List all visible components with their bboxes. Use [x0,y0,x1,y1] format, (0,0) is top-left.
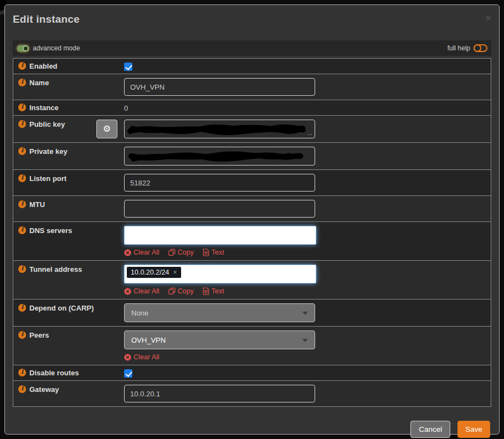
info-icon[interactable] [18,147,26,155]
peers-select[interactable]: OVH_VPN [124,330,315,349]
enabled-label: Enabled [29,61,58,71]
selected-value: None [131,309,148,317]
tunnel-copy-button[interactable]: Copy [168,287,194,295]
info-icon[interactable] [18,200,26,208]
info-icon[interactable] [18,331,26,339]
disable-routes-checkbox[interactable] [124,369,132,378]
help-bar: advanced mode full help [13,40,491,56]
dns-copy-button[interactable]: Copy [168,249,194,256]
private-key-input[interactable] [124,147,315,166]
edit-instance-dialog: Edit instance × advanced mode full help … [4,4,500,435]
info-icon[interactable] [18,104,26,111]
file-text-icon [203,249,209,256]
info-icon[interactable] [18,62,26,70]
dns-text-button[interactable]: Text [203,249,224,256]
advanced-mode-toggle-icon[interactable] [17,45,29,52]
dialog-title: Edit instance [13,13,491,25]
depend-on-carp-label: Depend on (CARP) [29,303,94,313]
times-circle-icon [124,354,131,361]
info-icon[interactable] [18,120,26,128]
token-text: 10.0.20.2/24 [131,268,169,276]
close-icon[interactable]: × [485,13,491,23]
cancel-button[interactable]: Cancel [410,421,450,438]
form-row-depend-on-carp: Depend on (CARP) None [13,299,491,327]
private-key-label: Private key [29,147,68,156]
instance-value: 0 [124,103,491,112]
tunnel-address-label: Tunnel address [29,265,82,274]
disable-routes-label: Disable routes [29,368,79,378]
info-icon[interactable] [18,226,26,234]
gateway-label: Gateway [29,385,59,394]
form-row-name: Name [13,74,491,100]
form-row-disable-routes: Disable routes [13,365,491,381]
dns-clear-all-button[interactable]: Clear All [124,249,160,256]
selected-value: OVH_VPN [131,336,166,344]
full-help-toggle-icon[interactable] [474,44,487,52]
depend-on-carp-select[interactable]: None [124,303,315,322]
full-help-label[interactable]: full help [448,44,470,52]
redaction-scribble [126,121,308,138]
listen-port-input[interactable] [124,174,315,192]
name-input[interactable] [124,78,315,96]
instance-form: Enabled Name Instanc [13,58,491,407]
form-row-gateway: Gateway [13,381,491,406]
info-icon[interactable] [18,174,26,182]
save-button[interactable]: Save [457,421,490,438]
file-text-icon [203,287,209,295]
dialog-body: advanced mode full help Enabled [5,33,499,415]
public-key-input[interactable]: .. [124,120,315,138]
form-row-private-key: Private key [13,143,491,170]
peers-label: Peers [29,330,49,340]
chevron-down-icon [302,312,308,315]
dialog-footer: Cancel Save [5,415,499,439]
copy-icon [168,249,176,256]
info-icon[interactable] [18,385,26,393]
info-icon[interactable] [18,79,26,86]
form-row-enabled: Enabled [13,59,491,74]
dialog-header: Edit instance × [5,5,499,33]
tunnel-address-token: 10.0.20.2/24 × [127,267,181,278]
instance-label: Instance [29,103,59,112]
form-row-public-key: Public key ⚙ .. [13,116,491,143]
name-label: Name [29,78,49,87]
mtu-input[interactable] [124,200,315,218]
tunnel-clear-all-button[interactable]: Clear All [124,287,160,295]
advanced-mode-label[interactable]: advanced mode [33,44,80,52]
gateway-input[interactable] [124,385,315,402]
generate-keys-gear-icon[interactable]: ⚙ [96,120,117,138]
copy-icon [168,287,176,295]
mtu-label: MTU [29,200,45,209]
times-circle-icon [124,249,131,256]
info-icon[interactable] [18,369,26,376]
form-row-instance: Instance 0 [13,100,491,116]
token-remove-icon[interactable]: × [173,268,177,276]
info-icon[interactable] [18,304,26,312]
times-circle-icon [124,288,131,295]
enabled-checkbox[interactable] [124,63,132,71]
toggle-knob [23,45,29,51]
public-key-label: Public key [29,120,65,129]
redaction-scribble [126,148,308,165]
chevron-down-icon [302,339,308,342]
tunnel-text-button[interactable]: Text [203,287,224,295]
tunnel-address-input[interactable]: 10.0.20.2/24 × [124,265,316,283]
dns-servers-label: DNS servers [29,226,72,235]
peers-clear-all-button[interactable]: Clear All [124,353,160,361]
form-row-listen-port: Listen port [13,170,491,196]
form-row-peers: Peers OVH_VPN Clear All [13,327,491,365]
dns-servers-input[interactable] [124,226,316,245]
form-row-dns-servers: DNS servers Clear All Copy [13,222,491,261]
toggle-knob [474,44,481,52]
overflow-ellipsis: .. [307,129,312,137]
form-row-mtu: MTU [13,196,491,222]
info-icon[interactable] [18,265,26,273]
listen-port-label: Listen port [29,174,66,183]
form-row-tunnel-address: Tunnel address 10.0.20.2/24 × Clear All [13,261,491,299]
